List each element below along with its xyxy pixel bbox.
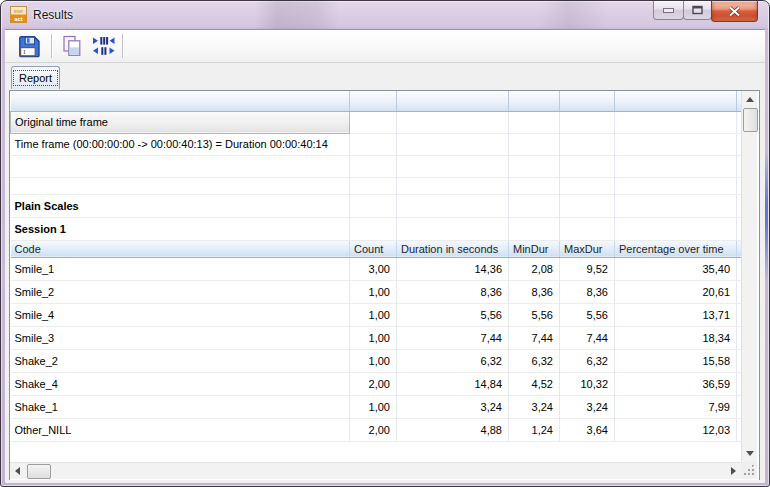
timeframe-row: Time frame (00:00:00:00 -> 00:00:40:13) … — [11, 133, 742, 155]
minimize-icon — [663, 8, 674, 13]
empty-row — [11, 177, 742, 194]
table-row: Smile_3 1,00 7,44 7,44 7,44 18,34 — [11, 326, 742, 349]
toolbar-separator — [51, 34, 52, 58]
window-controls — [654, 1, 758, 22]
table-row: Other_NILL 2,00 4,88 1,24 3,64 12,03 — [11, 418, 742, 441]
original-timeframe-row: Original time frame — [11, 111, 742, 133]
column-header-code[interactable]: Code — [11, 240, 350, 257]
minimize-button[interactable] — [653, 1, 684, 20]
column-header-duration[interactable]: Duration in seconds — [397, 240, 509, 257]
table-row: Smile_1 3,00 14,36 2,08 9,52 35,40 — [11, 257, 742, 280]
table-row: Smile_4 1,00 5,56 5,56 5,56 13,71 — [11, 303, 742, 326]
tab-report-label: Report — [14, 71, 57, 85]
horizontal-scrollbar[interactable] — [10, 462, 741, 479]
arrow-right-icon[interactable] — [731, 467, 736, 475]
arrow-left-icon[interactable] — [15, 467, 20, 475]
titlebar[interactable]: inter act Results — [1, 1, 769, 29]
save-button[interactable]: I — [14, 32, 44, 60]
table-row: Shake_4 2,00 14,84 4,52 10,32 36,59 — [11, 372, 742, 395]
interact-logo-icon: inter act — [10, 6, 27, 23]
window-title: Results — [33, 8, 73, 22]
column-header-count[interactable]: Count — [350, 240, 397, 257]
column-header-mindur[interactable]: MinDur — [509, 240, 560, 257]
svg-text:act: act — [14, 16, 23, 22]
vertical-scrollbar[interactable] — [741, 91, 757, 462]
report-table: Original time frame Time frame (00:00:00… — [10, 91, 741, 442]
original-timeframe-cell[interactable]: Original time frame — [11, 111, 350, 133]
bottom-strip — [5, 480, 765, 483]
session-heading-row: Session 1 — [11, 217, 742, 240]
column-header-percentage[interactable]: Percentage over time — [615, 240, 737, 257]
arrow-up-icon[interactable] — [746, 97, 754, 102]
tab-report[interactable]: Report — [11, 66, 60, 89]
column-header-row: Code Count Duration in seconds MinDur Ma… — [11, 240, 742, 257]
empty-row — [11, 155, 742, 177]
results-window: inter act Results — [0, 0, 770, 487]
toolbar-separator — [122, 34, 123, 58]
report-grid: Original time frame Time frame (00:00:00… — [9, 90, 760, 482]
svg-text:I: I — [23, 49, 25, 55]
table-row: Shake_1 1,00 3,24 3,24 3,24 7,99 — [11, 395, 742, 418]
client-area: I — [5, 29, 765, 483]
fit-columns-button[interactable] — [89, 32, 119, 60]
copy-button[interactable] — [57, 32, 87, 60]
maximize-button[interactable] — [683, 1, 712, 20]
vertical-scrollbar-thumb[interactable] — [743, 108, 758, 132]
table-row: Shake_2 1,00 6,32 6,32 6,32 15,58 — [11, 349, 742, 372]
fit-columns-icon — [92, 34, 116, 58]
arrow-down-icon[interactable] — [746, 451, 754, 456]
horizontal-scrollbar-thumb[interactable] — [27, 464, 51, 479]
timeframe-text: Time frame (00:00:00:00 -> 00:00:40:13) … — [11, 133, 350, 155]
maximize-icon — [692, 5, 703, 15]
close-button[interactable] — [711, 1, 758, 22]
session-heading: Session 1 — [11, 217, 350, 240]
copy-icon — [60, 34, 84, 58]
section-heading: Plain Scales — [11, 194, 350, 217]
section-heading-row: Plain Scales — [11, 194, 742, 217]
close-icon — [728, 6, 741, 17]
table-row: Smile_2 1,00 8,36 8,36 8,36 20,61 — [11, 280, 742, 303]
svg-text:inter: inter — [14, 9, 23, 14]
tab-strip: Report — [5, 62, 765, 89]
column-header-maxdur[interactable]: MaxDur — [560, 240, 615, 257]
grid-top-header-row — [11, 91, 742, 111]
report-viewport: Original time frame Time frame (00:00:00… — [10, 91, 741, 462]
resize-grip[interactable] — [741, 462, 757, 479]
resize-grip-icon — [741, 462, 757, 479]
save-icon: I — [17, 34, 42, 59]
toolbar: I — [5, 30, 765, 63]
